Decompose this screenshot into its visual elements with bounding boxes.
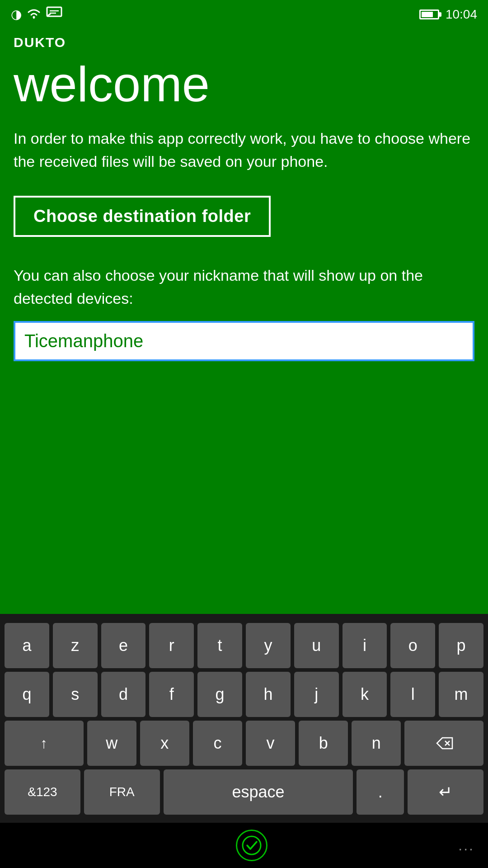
description-text: In order to make this app correctly work…: [14, 127, 474, 173]
keyboard-row-2: q s d f g h j k l m: [5, 672, 483, 717]
check-button[interactable]: [236, 830, 267, 861]
key-period[interactable]: .: [357, 769, 404, 815]
status-right: 10:04: [419, 7, 477, 22]
key-q[interactable]: q: [5, 672, 49, 717]
key-g[interactable]: g: [197, 672, 242, 717]
main-content: DUKTO welcome In order to make this app …: [0, 26, 488, 614]
wifi-icon: [26, 6, 42, 22]
message-icon: [46, 6, 62, 22]
keyboard-row-1: a z e r t y u i o p: [5, 623, 483, 668]
status-icons: ◑: [11, 6, 62, 22]
key-f[interactable]: f: [149, 672, 194, 717]
key-p[interactable]: p: [439, 623, 483, 668]
choose-folder-button[interactable]: Choose destination folder: [14, 196, 271, 237]
app-title: DUKTO: [14, 35, 474, 50]
nickname-label: You can also choose your nickname that w…: [14, 264, 474, 310]
key-o[interactable]: o: [390, 623, 435, 668]
key-enter[interactable]: ↵: [408, 769, 483, 815]
key-d[interactable]: d: [101, 672, 146, 717]
key-j[interactable]: j: [294, 672, 339, 717]
svg-point-6: [243, 836, 261, 854]
welcome-heading: welcome: [14, 59, 474, 109]
key-l[interactable]: l: [390, 672, 435, 717]
key-r[interactable]: r: [149, 623, 194, 668]
keyboard: a z e r t y u i o p q s d f g h j k l m …: [0, 614, 488, 823]
key-space[interactable]: espace: [164, 769, 353, 815]
keyboard-row-4: &123 FRA espace . ↵: [5, 769, 483, 815]
key-c[interactable]: c: [193, 721, 242, 766]
key-u[interactable]: u: [294, 623, 339, 668]
key-n[interactable]: n: [352, 721, 401, 766]
network-icon-1: ◑: [11, 7, 22, 22]
key-shift[interactable]: ↑: [5, 721, 84, 766]
key-backspace[interactable]: [404, 721, 483, 766]
key-y[interactable]: y: [246, 623, 291, 668]
status-bar: ◑ 10:04: [0, 0, 488, 26]
key-x[interactable]: x: [140, 721, 189, 766]
key-v[interactable]: v: [246, 721, 295, 766]
key-e[interactable]: e: [101, 623, 146, 668]
key-w[interactable]: w: [87, 721, 136, 766]
key-m[interactable]: m: [439, 672, 483, 717]
more-dots[interactable]: ...: [458, 837, 474, 854]
key-k[interactable]: k: [343, 672, 387, 717]
key-z[interactable]: z: [53, 623, 98, 668]
time-display: 10:04: [446, 7, 477, 22]
keyboard-row-3: ↑ w x c v b n: [5, 721, 483, 766]
key-i[interactable]: i: [343, 623, 387, 668]
key-h[interactable]: h: [246, 672, 291, 717]
nickname-input[interactable]: [14, 321, 474, 361]
battery-icon: [419, 9, 439, 19]
key-symbols[interactable]: &123: [5, 769, 80, 815]
bottom-bar: ...: [0, 823, 488, 868]
key-s[interactable]: s: [53, 672, 98, 717]
key-t[interactable]: t: [197, 623, 242, 668]
svg-point-0: [33, 16, 35, 19]
key-language[interactable]: FRA: [84, 769, 160, 815]
key-b[interactable]: b: [299, 721, 348, 766]
key-a[interactable]: a: [5, 623, 49, 668]
